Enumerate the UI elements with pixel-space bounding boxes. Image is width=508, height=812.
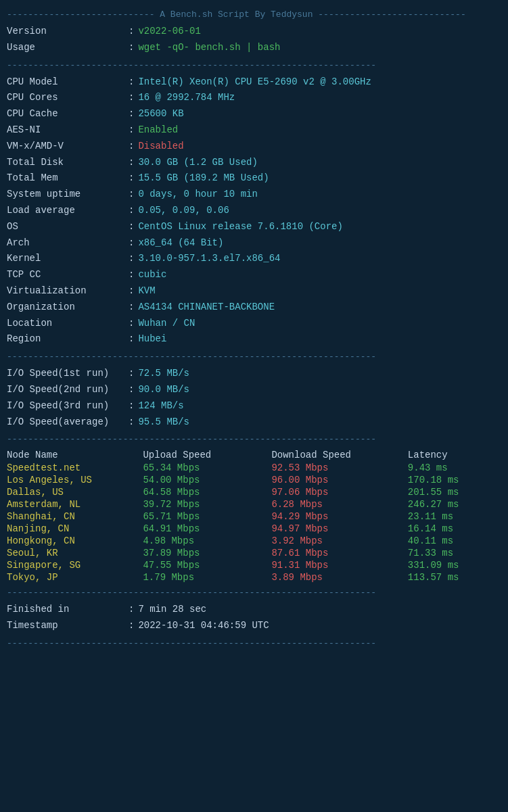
io-run1-value: 72.5 MB/s: [138, 366, 189, 382]
cpu-model-value: Intel(R) Xeon(R) CPU E5-2690 v2 @ 3.00GH…: [138, 74, 371, 91]
network-download: 92.53 Mbps: [271, 462, 407, 474]
network-download: 87.61 Mbps: [271, 547, 407, 559]
loc-label: Location: [7, 316, 129, 332]
region-colon: :: [129, 331, 134, 348]
aes-label: AES-NI: [7, 122, 129, 139]
io-run3-colon: :: [129, 398, 134, 414]
network-node: Tokyo, JP: [7, 571, 143, 583]
table-row: Los Angeles, US54.00 Mbps96.00 Mbps170.1…: [7, 474, 501, 486]
network-latency: 16.14 ms: [408, 523, 501, 535]
network-latency: 170.18 ms: [408, 474, 501, 486]
timestamp-colon: :: [129, 618, 134, 634]
table-row: Speedtest.net65.34 Mbps92.53 Mbps9.43 ms: [7, 462, 501, 474]
io-run3-value: 124 MB/s: [138, 398, 183, 414]
network-download: 94.97 Mbps: [271, 523, 407, 535]
cpu-cache-label: CPU Cache: [7, 106, 129, 122]
os-label: OS: [7, 219, 129, 235]
tcp-colon: :: [129, 267, 134, 283]
version-value: v2022-06-01: [138, 24, 200, 40]
network-upload: 1.79 Mbps: [143, 571, 271, 583]
table-row: Tokyo, JP1.79 Mbps3.89 Mbps113.57 ms: [7, 571, 501, 583]
loc-value: Wuhan / CN: [138, 316, 195, 332]
cpu-cache-value: 25600 KB: [138, 106, 183, 122]
cpu-model-label: CPU Model: [7, 74, 129, 91]
vm-colon: :: [129, 139, 134, 155]
network-node: Seoul, KR: [7, 547, 143, 559]
table-row: Dallas, US64.58 Mbps97.06 Mbps201.55 ms: [7, 486, 501, 498]
network-node: Speedtest.net: [7, 462, 143, 474]
network-node: Singapore, SG: [7, 559, 143, 571]
os-value: CentOS Linux release 7.6.1810 (Core): [138, 219, 342, 235]
region-label: Region: [7, 331, 129, 348]
timestamp-label: Timestamp: [7, 618, 129, 634]
io-run3-label: I/O Speed(3rd run): [7, 398, 129, 414]
virt-label: Virtualization: [7, 283, 129, 300]
tcp-value: cubic: [138, 267, 166, 283]
network-latency: 113.57 ms: [408, 571, 501, 583]
version-colon: :: [129, 24, 134, 40]
network-download: 6.28 Mbps: [271, 498, 407, 510]
kernel-value: 3.10.0-957.1.3.el7.x86_64: [138, 251, 280, 267]
network-latency: 201.55 ms: [408, 486, 501, 498]
network-node: Dallas, US: [7, 486, 143, 498]
uptime-colon: :: [129, 187, 134, 203]
load-value: 0.05, 0.09, 0.06: [138, 203, 229, 219]
footer-divider: ----------------------------------------…: [7, 588, 501, 598]
kernel-colon: :: [129, 251, 134, 267]
aes-colon: :: [129, 122, 134, 139]
network-divider: ----------------------------------------…: [7, 434, 501, 444]
org-label: Organization: [7, 300, 129, 316]
network-node: Los Angeles, US: [7, 474, 143, 486]
os-colon: :: [129, 219, 134, 235]
io-run1-colon: :: [129, 366, 134, 382]
cpu-cores-colon: :: [129, 90, 134, 106]
network-download: 91.31 Mbps: [271, 559, 407, 571]
aes-value: Enabled: [138, 122, 178, 139]
finished-colon: :: [129, 602, 134, 618]
kernel-label: Kernel: [7, 251, 129, 267]
cpu-model-colon: :: [129, 74, 134, 91]
mem-label: Total Mem: [7, 170, 129, 187]
network-latency: 246.27 ms: [408, 498, 501, 510]
col-header-download: Download Speed: [271, 448, 407, 462]
network-latency: 331.09 ms: [408, 559, 501, 571]
network-upload: 64.91 Mbps: [143, 523, 271, 535]
io-divider: ----------------------------------------…: [7, 352, 501, 362]
vm-label: VM-x/AMD-V: [7, 139, 129, 155]
disk-colon: :: [129, 155, 134, 171]
table-row: Shanghai, CN65.71 Mbps94.29 Mbps23.11 ms: [7, 510, 501, 523]
io-avg-colon: :: [129, 414, 134, 431]
network-upload: 39.72 Mbps: [143, 498, 271, 510]
org-value: AS4134 CHINANET-BACKBONE: [138, 300, 275, 316]
arch-label: Arch: [7, 235, 129, 252]
network-node: Shanghai, CN: [7, 510, 143, 523]
network-upload: 65.71 Mbps: [143, 510, 271, 523]
loc-colon: :: [129, 316, 134, 332]
table-row: Seoul, KR37.89 Mbps87.61 Mbps71.33 ms: [7, 547, 501, 559]
load-colon: :: [129, 203, 134, 219]
io-avg-value: 95.5 MB/s: [138, 414, 189, 431]
cpu-cores-label: CPU Cores: [7, 90, 129, 106]
load-label: Load average: [7, 203, 129, 219]
cpu-divider: ----------------------------------------…: [7, 60, 501, 70]
mem-value: 15.5 GB (189.2 MB Used): [138, 170, 269, 187]
uptime-label: System uptime: [7, 187, 129, 203]
tcp-label: TCP CC: [7, 267, 129, 283]
usage-value: wget -qO- bench.sh | bash: [138, 40, 280, 56]
cpu-cores-value: 16 @ 2992.784 MHz: [138, 90, 235, 106]
version-label: Version: [7, 24, 129, 40]
col-header-latency: Latency: [408, 448, 501, 462]
io-run2-colon: :: [129, 382, 134, 398]
io-run2-label: I/O Speed(2nd run): [7, 382, 129, 398]
network-table: Node Name Upload Speed Download Speed La…: [7, 448, 501, 583]
network-download: 96.00 Mbps: [271, 474, 407, 486]
network-node: Amsterdam, NL: [7, 498, 143, 510]
org-colon: :: [129, 300, 134, 316]
mem-colon: :: [129, 170, 134, 187]
io-avg-label: I/O Speed(average): [7, 414, 129, 431]
network-download: 94.29 Mbps: [271, 510, 407, 523]
disk-label: Total Disk: [7, 155, 129, 171]
table-row: Nanjing, CN64.91 Mbps94.97 Mbps16.14 ms: [7, 523, 501, 535]
col-header-node: Node Name: [7, 448, 143, 462]
network-upload: 37.89 Mbps: [143, 547, 271, 559]
